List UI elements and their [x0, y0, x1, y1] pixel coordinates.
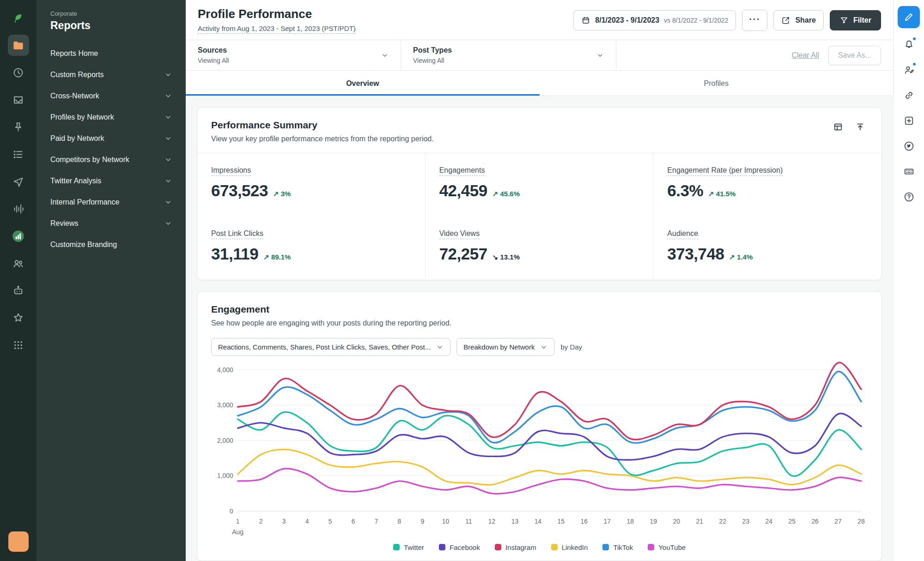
sidebar-item-customize-branding[interactable]: Customize Branding	[36, 234, 186, 255]
twitter-button[interactable]	[900, 137, 918, 155]
sidebar-item-profiles-by-network[interactable]: Profiles by Network	[36, 107, 186, 128]
sprout-logo-icon[interactable]	[8, 7, 29, 29]
metric-value: 673,523	[211, 181, 268, 200]
legend-item-linkedin[interactable]: LinkedIn	[551, 543, 588, 551]
metric-label[interactable]: Post Link Clicks	[211, 229, 263, 239]
new-item-button[interactable]	[900, 111, 918, 130]
save-as-button[interactable]: Save As...	[828, 46, 881, 65]
filter-bar: Sources Viewing All Post Types Viewing A…	[186, 40, 893, 71]
date-range-button[interactable]: 8/1/2023 - 9/1/2023 vs 8/1/2022 - 9/1/20…	[573, 10, 736, 30]
star-icon[interactable]	[8, 307, 29, 328]
metrics-grid: Impressions 673,523↗ 3% Engagements 42,4…	[197, 153, 881, 280]
clock-icon[interactable]	[8, 62, 29, 83]
sidebar-item-reports-home[interactable]: Reports Home	[36, 43, 186, 64]
post-types-filter[interactable]: Post Types Viewing All	[401, 40, 616, 70]
legend-label: Instagram	[505, 543, 536, 551]
svg-text:3: 3	[282, 518, 286, 525]
table-view-button[interactable]	[831, 120, 845, 134]
legend-label: LinkedIn	[562, 543, 588, 551]
trend-up-icon: ↗	[492, 190, 498, 198]
svg-text:25: 25	[788, 518, 796, 525]
bot-icon[interactable]	[8, 280, 29, 301]
folder-icon[interactable]	[8, 35, 29, 56]
filter-button[interactable]: Filter	[830, 10, 881, 30]
main-panel: Profile Performance Activity from Aug 1,…	[186, 0, 893, 561]
sources-filter[interactable]: Sources Viewing All	[186, 40, 401, 70]
metric-label[interactable]: Audience	[667, 229, 698, 239]
global-nav-rail	[0, 0, 36, 561]
tab-profiles[interactable]: Profiles	[540, 71, 894, 96]
svg-text:6: 6	[352, 518, 355, 525]
metric-delta: ↗ 1.4%	[729, 253, 753, 261]
waveform-icon[interactable]	[8, 198, 29, 219]
svg-text:24: 24	[765, 518, 772, 525]
legend-item-twitter[interactable]: Twitter	[393, 543, 424, 551]
legend-item-youtube[interactable]: YouTube	[648, 543, 686, 551]
metric-delta-value: 41.5%	[716, 190, 736, 198]
metric-filter-select[interactable]: Reactions, Comments, Shares, Post Link C…	[211, 338, 450, 356]
export-icon	[855, 122, 865, 132]
metric-label[interactable]: Engagement Rate (per Impression)	[667, 166, 783, 176]
sidebar-item-twitter-analysis[interactable]: Twitter Analysis	[36, 170, 186, 192]
metric-label[interactable]: Impressions	[211, 166, 251, 176]
legend-label: TikTok	[613, 543, 633, 551]
question-icon	[903, 191, 915, 203]
clear-all-link[interactable]: Clear All	[791, 51, 819, 60]
sidebar-item-custom-reports[interactable]: Custom Reports	[36, 64, 186, 85]
utility-rail	[893, 0, 924, 561]
legend-item-tiktok[interactable]: TikTok	[602, 543, 633, 551]
sidebar-item-label: Cross-Network	[50, 92, 99, 100]
sidebar-item-internal-performance[interactable]: Internal Performance	[36, 192, 186, 213]
metric-label[interactable]: Video Views	[439, 229, 480, 239]
sidebar-item-reviews[interactable]: Reviews	[36, 213, 186, 234]
queue-list-icon[interactable]	[8, 144, 29, 165]
sidebar-item-label: Internal Performance	[50, 198, 119, 206]
export-button[interactable]	[853, 120, 868, 134]
sidebar-item-cross-network[interactable]: Cross-Network	[36, 85, 186, 107]
table-view-icon	[833, 122, 843, 132]
pin-icon[interactable]	[8, 116, 29, 138]
bar-chart-icon[interactable]	[8, 225, 29, 247]
metric-delta: ↗ 89.1%	[263, 253, 291, 261]
legend-label: Facebook	[450, 543, 480, 551]
svg-text:1,000: 1,000	[217, 472, 233, 479]
keyboard-button[interactable]	[900, 162, 918, 181]
legend-item-facebook[interactable]: Facebook	[439, 543, 480, 551]
share-icon	[781, 16, 790, 25]
more-options-button[interactable]: ···	[742, 10, 767, 31]
metric-delta-value: 45.6%	[500, 190, 520, 198]
report-content: Performance Summary View your key profil…	[186, 96, 893, 561]
help-button[interactable]	[900, 187, 918, 206]
apps-grid-icon[interactable]	[8, 334, 29, 356]
sidebar-item-paid-by-network[interactable]: Paid by Network	[36, 128, 186, 149]
share-button[interactable]: Share	[773, 10, 823, 30]
link-button[interactable]	[900, 86, 918, 104]
notification-dot	[912, 62, 917, 66]
notifications-button[interactable]	[900, 35, 918, 54]
calendar-icon	[581, 16, 590, 25]
legend-swatch	[551, 544, 558, 550]
engagement-chart-area: 01,0002,0003,0004,0001234567891011121314…	[197, 359, 881, 542]
breakdown-select[interactable]: Breakdown by Network	[456, 338, 554, 356]
metric-delta-value: 13.1%	[500, 253, 520, 261]
assist-button[interactable]	[900, 60, 918, 79]
sidebar-title: Reports	[50, 19, 172, 32]
legend-label: Twitter	[404, 543, 424, 551]
users-icon[interactable]	[8, 253, 29, 274]
metric-label[interactable]: Engagements	[439, 166, 485, 176]
tab-overview[interactable]: Overview	[186, 71, 540, 96]
send-icon[interactable]	[8, 171, 29, 192]
legend-item-instagram[interactable]: Instagram	[495, 543, 536, 551]
svg-text:4,000: 4,000	[217, 366, 233, 374]
svg-text:17: 17	[604, 518, 611, 525]
sidebar-item-competitors-by-network[interactable]: Competitors by Network	[36, 149, 186, 170]
activity-range-label[interactable]: Activity from Aug 1, 2023 - Sept 1, 2023…	[198, 24, 356, 34]
svg-text:7: 7	[375, 518, 378, 525]
compose-button[interactable]	[898, 6, 920, 28]
app-root: Corporate Reports Reports Home Custom Re…	[0, 0, 924, 561]
svg-text:14: 14	[535, 518, 542, 525]
user-avatar[interactable]	[8, 531, 29, 552]
chart-legend: TwitterFacebookInstagramLinkedInTikTokYo…	[197, 542, 881, 561]
chevron-down-icon	[164, 114, 172, 121]
inbox-icon[interactable]	[8, 89, 29, 110]
